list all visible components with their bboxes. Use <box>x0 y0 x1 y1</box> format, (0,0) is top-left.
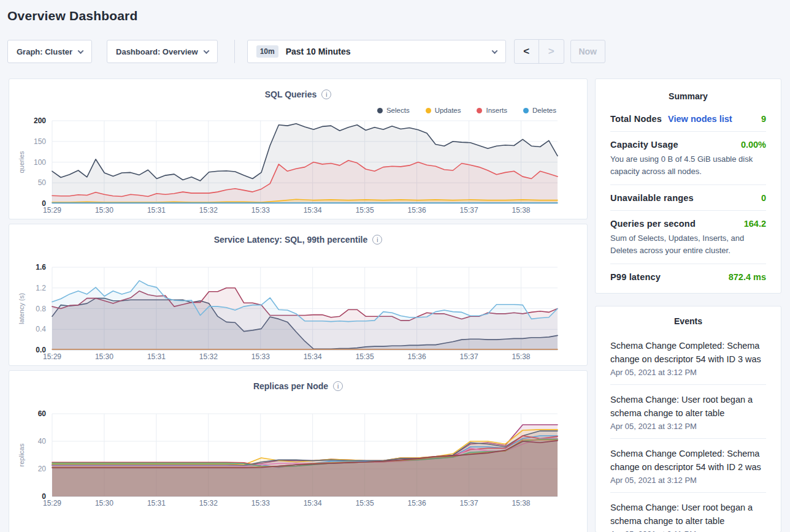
p99-latency-label: P99 latency <box>610 272 661 282</box>
svg-text:15:38: 15:38 <box>512 206 530 215</box>
svg-text:200: 200 <box>34 116 46 125</box>
svg-text:15:33: 15:33 <box>251 206 270 215</box>
time-range-picker[interactable]: 10m Past 10 Minutes <box>247 40 506 63</box>
event-item: Schema Change: User root began a schema … <box>610 384 766 438</box>
total-nodes-label: Total Nodes <box>610 114 662 124</box>
chart-canvas[interactable]: 05010015020015:2915:3015:3115:3215:3315:… <box>9 116 587 219</box>
svg-text:15:34: 15:34 <box>304 352 322 361</box>
svg-text:15:31: 15:31 <box>147 499 166 507</box>
qps-description: Sum of Selects, Updates, Inserts, and De… <box>610 232 766 256</box>
qps-section: Queries per second 164.2 Sum of Selects,… <box>610 211 766 264</box>
svg-text:15:33: 15:33 <box>251 352 270 361</box>
graph-dropdown[interactable]: Graph: Cluster <box>7 40 92 63</box>
info-icon[interactable]: i <box>333 381 343 391</box>
event-timestamp: Apr 05, 2021 at 3:12 PM <box>610 368 766 377</box>
service-latency-chart-card: Service Latency: SQL, 99th percentile i … <box>9 224 588 366</box>
svg-text:60: 60 <box>38 409 47 418</box>
svg-text:latency (s): latency (s) <box>18 293 25 324</box>
svg-text:15:31: 15:31 <box>147 352 166 361</box>
chevron-down-icon <box>78 48 84 54</box>
unavailable-ranges-section: Unavailable ranges 0 <box>610 185 766 211</box>
p99-latency-section: P99 latency 872.4 ms <box>610 264 766 289</box>
dashboard-controls: Graph: Cluster Dashboard: Overview 10m P… <box>7 39 783 64</box>
event-item: Schema Change Completed: Schema change o… <box>610 331 766 384</box>
sql-queries-chart-card: SQL Queries i SelectsUpdatesInsertsDelet… <box>9 78 588 219</box>
charts-column: SQL Queries i SelectsUpdatesInsertsDelet… <box>9 78 588 532</box>
svg-text:15:29: 15:29 <box>43 206 61 215</box>
info-icon[interactable]: i <box>372 235 382 245</box>
legend-dot-icon <box>523 108 529 113</box>
svg-text:15:37: 15:37 <box>460 206 478 215</box>
view-nodes-link[interactable]: View nodes list <box>668 114 732 124</box>
chart-canvas[interactable]: 020406015:2915:3015:3115:3215:3315:3415:… <box>9 409 587 512</box>
capacity-value: 0.00% <box>741 140 766 150</box>
svg-text:1.6: 1.6 <box>36 263 46 272</box>
capacity-section: Capacity Usage 0.00% You are using 0 B o… <box>610 132 766 185</box>
svg-text:15:34: 15:34 <box>304 206 322 215</box>
svg-text:15:32: 15:32 <box>199 206 218 215</box>
event-message: Schema Change Completed: Schema change o… <box>610 447 766 474</box>
dashboard-dropdown-label: Dashboard: Overview <box>116 47 198 56</box>
svg-text:20: 20 <box>38 465 47 473</box>
p99-latency-value: 872.4 ms <box>729 272 766 282</box>
event-message: Schema Change: User root began a schema … <box>610 393 766 420</box>
svg-text:15:38: 15:38 <box>512 499 530 507</box>
svg-text:15:37: 15:37 <box>460 499 478 507</box>
svg-text:15:35: 15:35 <box>356 206 374 215</box>
event-timestamp: Apr 05, 2021 at 3:12 PM <box>610 476 766 485</box>
svg-text:1.2: 1.2 <box>36 284 46 292</box>
legend-dot-icon <box>477 108 482 113</box>
event-item: Schema Change: User root began a schema … <box>610 492 766 532</box>
svg-text:50: 50 <box>38 178 47 187</box>
event-message: Schema Change: User root began a schema … <box>610 501 766 528</box>
graph-dropdown-label: Graph: Cluster <box>17 47 72 56</box>
page-title: Overview Dashboard <box>7 9 790 23</box>
svg-text:15:30: 15:30 <box>95 206 113 215</box>
unavailable-ranges-label: Unavailable ranges <box>610 193 694 203</box>
info-icon[interactable]: i <box>321 89 331 99</box>
chart-canvas[interactable]: 0.00.40.81.21.615:2915:3015:3115:3215:33… <box>9 262 587 365</box>
event-item: Schema Change Completed: Schema change o… <box>610 438 766 492</box>
svg-text:0.8: 0.8 <box>36 305 46 313</box>
total-nodes-section: Total Nodes View nodes list 9 <box>610 106 766 132</box>
svg-text:replicas: replicas <box>18 443 25 466</box>
legend-item[interactable]: Deletes <box>523 106 556 115</box>
svg-text:15:38: 15:38 <box>512 352 530 361</box>
svg-text:15:36: 15:36 <box>408 352 426 361</box>
divider <box>234 40 235 63</box>
svg-text:15:35: 15:35 <box>356 499 374 507</box>
legend-item[interactable]: Updates <box>426 106 461 115</box>
legend-dot-icon <box>426 108 431 113</box>
prev-time-button[interactable]: < <box>515 40 539 63</box>
svg-text:15:30: 15:30 <box>95 352 113 361</box>
events-panel: Events Schema Change Completed: Schema c… <box>595 306 781 532</box>
replicas-chart-card: Replicas per Node i 020406015:2915:3015:… <box>9 370 588 532</box>
svg-text:15:34: 15:34 <box>304 499 322 507</box>
svg-text:15:37: 15:37 <box>460 352 478 361</box>
qps-label: Queries per second <box>610 219 696 229</box>
legend-dot-icon <box>377 108 383 113</box>
legend-item[interactable]: Inserts <box>477 106 507 115</box>
unavailable-ranges-value: 0 <box>761 193 766 203</box>
svg-text:15:32: 15:32 <box>199 499 218 507</box>
chevron-down-icon <box>491 48 497 54</box>
time-range-label: Past 10 Minutes <box>286 47 351 56</box>
capacity-description: You are using 0 B of 4.5 GiB usable disk… <box>610 153 766 177</box>
svg-text:0.4: 0.4 <box>36 325 46 333</box>
summary-panel: Summary Total Nodes View nodes list 9 Ca… <box>595 78 781 294</box>
dashboard-dropdown[interactable]: Dashboard: Overview <box>107 40 218 63</box>
legend-item[interactable]: Selects <box>377 106 410 115</box>
svg-text:100: 100 <box>34 158 46 167</box>
event-timestamp: Apr 05, 2021 at 3:11 PM <box>610 530 766 532</box>
chart-title: Service Latency: SQL, 99th percentile <box>214 235 368 245</box>
capacity-label: Capacity Usage <box>610 140 678 150</box>
svg-text:15:36: 15:36 <box>408 499 426 507</box>
side-column: Summary Total Nodes View nodes list 9 Ca… <box>595 78 781 532</box>
time-range-badge: 10m <box>256 45 278 58</box>
svg-text:queries: queries <box>18 151 25 173</box>
chart-title: Replicas per Node <box>253 381 328 391</box>
now-button[interactable]: Now <box>570 40 605 63</box>
chart-legend: SelectsUpdatesInsertsDeletes <box>9 106 587 115</box>
event-timestamp: Apr 05, 2021 at 3:12 PM <box>610 422 766 431</box>
next-time-button[interactable]: > <box>539 40 564 63</box>
